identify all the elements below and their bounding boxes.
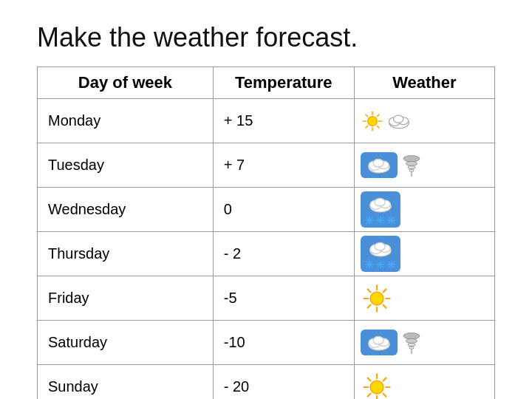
svg-line-2 (377, 126, 379, 128)
weather-icon-cell (354, 188, 494, 232)
day-cell: Tuesday (38, 143, 214, 188)
svg-point-12 (393, 115, 403, 123)
temp-cell: -5 (213, 276, 354, 321)
table-row: Monday+ 15 (38, 99, 495, 143)
svg-line-58 (367, 304, 370, 307)
svg-point-17 (403, 155, 420, 161)
svg-line-78 (367, 378, 370, 381)
day-cell: Saturday (38, 321, 214, 365)
day-cell: Thursday (38, 232, 214, 276)
svg-point-16 (373, 160, 383, 168)
table-row: Friday-5 (38, 276, 495, 321)
temp-cell: 0 (213, 188, 354, 232)
svg-line-56 (383, 304, 386, 307)
svg-point-66 (373, 337, 383, 345)
weather-icon-cell (354, 365, 494, 400)
weather-table: Day of week Temperature Weather Monday+ … (37, 66, 495, 399)
svg-line-76 (367, 393, 370, 396)
svg-line-8 (377, 114, 379, 116)
svg-line-80 (383, 378, 386, 381)
table-row: Wednesday0 (38, 188, 495, 232)
weather-icon-cell (354, 276, 494, 321)
weather-icon-cell (354, 232, 494, 276)
col-header-weather: Weather (354, 67, 494, 99)
svg-point-0 (367, 116, 377, 126)
table-row: Thursday- 2 (38, 232, 495, 276)
day-cell: Monday (38, 99, 214, 143)
svg-point-41 (375, 243, 385, 251)
temp-cell: - 20 (213, 365, 354, 400)
svg-point-19 (408, 166, 415, 168)
col-header-temp: Temperature (213, 67, 354, 99)
svg-point-25 (375, 199, 385, 207)
temp-cell: + 7 (213, 143, 354, 188)
weather-icon-cell (354, 321, 494, 365)
day-cell: Friday (38, 276, 214, 321)
svg-line-74 (383, 393, 386, 396)
day-cell: Wednesday (38, 188, 214, 232)
svg-line-60 (367, 289, 370, 292)
weather-icon-cell (354, 99, 494, 143)
svg-point-72 (370, 381, 383, 394)
temp-cell: - 2 (213, 232, 354, 276)
svg-point-54 (370, 292, 383, 305)
table-row: Sunday- 20 (38, 365, 495, 400)
svg-line-62 (383, 289, 386, 292)
temp-cell: + 15 (213, 99, 354, 143)
col-header-day: Day of week (38, 67, 214, 99)
table-row: Saturday-10 (38, 321, 495, 365)
page-title: Make the weather forecast. (37, 22, 358, 53)
svg-point-68 (406, 338, 417, 343)
day-cell: Sunday (38, 365, 214, 400)
table-row: Tuesday+ 7 (38, 143, 495, 188)
temp-cell: -10 (213, 321, 354, 365)
svg-line-6 (366, 114, 368, 116)
svg-point-18 (406, 161, 417, 166)
svg-point-69 (408, 343, 415, 346)
svg-line-4 (366, 126, 368, 128)
svg-point-67 (403, 332, 420, 338)
weather-icon-cell (354, 143, 494, 188)
